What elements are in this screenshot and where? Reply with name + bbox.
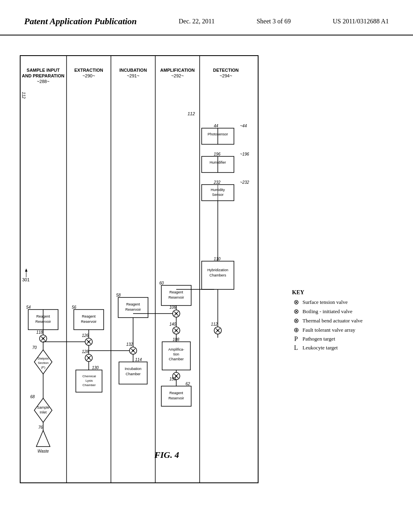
svg-text:~290~: ~290~	[82, 73, 95, 78]
svg-text:56: 56	[72, 305, 77, 310]
svg-text:Reagent: Reagent	[126, 302, 140, 306]
thermal-bend-symbol: ⊗	[292, 317, 300, 324]
svg-text:~232: ~232	[240, 180, 249, 185]
svg-point-79	[132, 350, 134, 351]
key-item-5: P Pathogen target	[292, 335, 397, 343]
pathogen-symbol: P	[292, 335, 300, 343]
svg-text:INCUBATION: INCUBATION	[119, 68, 147, 73]
svg-text:44: 44	[214, 124, 219, 128]
boiling-valve-symbol: ⊗	[292, 308, 300, 315]
svg-text:AND PREPARATION: AND PREPARATION	[22, 73, 64, 78]
key-label-4: Fault tolerant valve array	[302, 327, 355, 333]
svg-text:110: 110	[214, 257, 221, 261]
svg-text:AMPLIFICATION: AMPLIFICATION	[160, 68, 194, 73]
svg-text:130: 130	[92, 366, 99, 370]
svg-text:~292~: ~292~	[171, 73, 184, 78]
key-item-2: ⊗ Boiling - initiated valve	[292, 308, 397, 315]
key-area: KEY ⊗ Surface tension valve ⊗ Boiling - …	[292, 48, 397, 493]
svg-text:Lysis: Lysis	[86, 379, 93, 382]
svg-text:106: 106	[169, 305, 176, 310]
key-label-2: Boiling - initiated valve	[302, 308, 353, 315]
leukocyte-symbol: L	[292, 344, 300, 351]
svg-text:EXTRACTION: EXTRACTION	[74, 68, 103, 73]
svg-point-62	[88, 341, 90, 343]
patent-diagram: SAMPLE INPUT AND PREPARATION ~288~ EXTRA…	[16, 48, 266, 491]
svg-text:DETECTION: DETECTION	[213, 68, 239, 73]
key-title: KEY	[292, 289, 397, 296]
svg-text:(P): (P)	[41, 366, 46, 369]
svg-point-101	[175, 313, 177, 314]
svg-text:58: 58	[116, 293, 121, 297]
svg-text:~288~: ~288~	[37, 79, 49, 84]
svg-text:SAMPLE INPUT: SAMPLE INPUT	[27, 68, 60, 73]
svg-text:76: 76	[38, 425, 43, 430]
svg-text:Incubation: Incubation	[125, 367, 142, 371]
main-content: SAMPLE INPUT AND PREPARATION ~288~ EXTRA…	[0, 35, 413, 505]
svg-text:Reagent: Reagent	[82, 314, 96, 318]
svg-text:118: 118	[36, 330, 43, 335]
svg-text:Reservoir: Reservoir	[169, 295, 184, 299]
svg-text:Waste: Waste	[38, 449, 49, 453]
svg-text:232: 232	[213, 180, 221, 185]
key-label-3: Thermal bend actuator valve	[302, 318, 363, 324]
svg-text:Chemical: Chemical	[82, 374, 96, 378]
svg-text:tion: tion	[173, 352, 179, 356]
svg-text:~196: ~196	[240, 152, 249, 156]
surface-tension-symbol: ⊗	[292, 298, 300, 306]
svg-text:196: 196	[214, 152, 221, 156]
svg-text:Amplifica-: Amplifica-	[168, 347, 184, 351]
svg-text:132: 132	[126, 342, 133, 347]
sheet-info: Sheet 3 of 69	[257, 16, 291, 25]
key-item-1: ⊗ Surface tension valve	[292, 298, 397, 306]
svg-text:60: 60	[159, 281, 164, 285]
diagram-area: SAMPLE INPUT AND PREPARATION ~288~ EXTRA…	[16, 48, 284, 493]
svg-text:Section: Section	[38, 361, 49, 365]
svg-point-125	[217, 330, 219, 331]
svg-text:Sample: Sample	[37, 405, 50, 409]
figure-label: FIG. 4	[154, 450, 179, 460]
key-item-3: ⊗ Thermal bend actuator valve	[292, 317, 397, 324]
key-label-5: Pathogen target	[302, 336, 335, 342]
publication-date: Dec. 22, 2011	[179, 16, 215, 25]
svg-text:128: 128	[82, 349, 89, 354]
svg-text:Dialysis: Dialysis	[38, 357, 49, 360]
svg-text:153: 153	[169, 377, 176, 381]
patent-number: US 2011/0312688 A1	[333, 16, 389, 25]
svg-text:Chambers: Chambers	[209, 273, 226, 277]
svg-marker-18	[25, 268, 27, 272]
svg-text:Reservoir: Reservoir	[169, 396, 184, 400]
page-header: Patent Application Publication Dec. 22, …	[0, 0, 413, 35]
svg-text:Chamber: Chamber	[125, 372, 140, 376]
fault-tolerant-symbol: ⊕	[292, 326, 300, 334]
key-label-1: Surface tension valve	[302, 299, 348, 305]
svg-text:112: 112	[211, 322, 218, 326]
key-item-4: ⊕ Fault tolerant valve array	[292, 326, 397, 334]
svg-text:70: 70	[32, 345, 37, 350]
svg-marker-40	[36, 430, 50, 447]
svg-text:140: 140	[169, 322, 176, 326]
svg-point-57	[88, 357, 90, 359]
svg-text:112: 112	[188, 111, 195, 116]
svg-text:54: 54	[26, 305, 31, 310]
svg-text:Reservoir: Reservoir	[125, 308, 141, 312]
svg-text:~291~: ~291~	[127, 73, 139, 78]
svg-text:Reservoir: Reservoir	[81, 320, 97, 324]
svg-text:Hybridization: Hybridization	[207, 268, 228, 272]
svg-text:Chamber: Chamber	[83, 383, 96, 387]
svg-point-35	[42, 338, 44, 339]
svg-text:112: 112	[21, 92, 26, 99]
svg-text:Reagent: Reagent	[169, 391, 184, 395]
svg-text:68: 68	[30, 395, 35, 399]
svg-text:114: 114	[135, 357, 142, 362]
publication-title: Patent Application Publication	[24, 16, 137, 27]
svg-text:~44: ~44	[240, 124, 247, 128]
key-item-6: L Leukocyte target	[292, 344, 397, 351]
key-label-6: Leukocyte target	[302, 345, 338, 351]
svg-text:Reagent: Reagent	[169, 290, 184, 294]
svg-point-96	[175, 330, 177, 331]
svg-text:Inlet: Inlet	[40, 410, 47, 414]
svg-text:62: 62	[186, 382, 190, 386]
svg-text:126: 126	[82, 333, 89, 338]
svg-text:301: 301	[22, 277, 29, 282]
svg-text:Chamber: Chamber	[169, 357, 184, 361]
